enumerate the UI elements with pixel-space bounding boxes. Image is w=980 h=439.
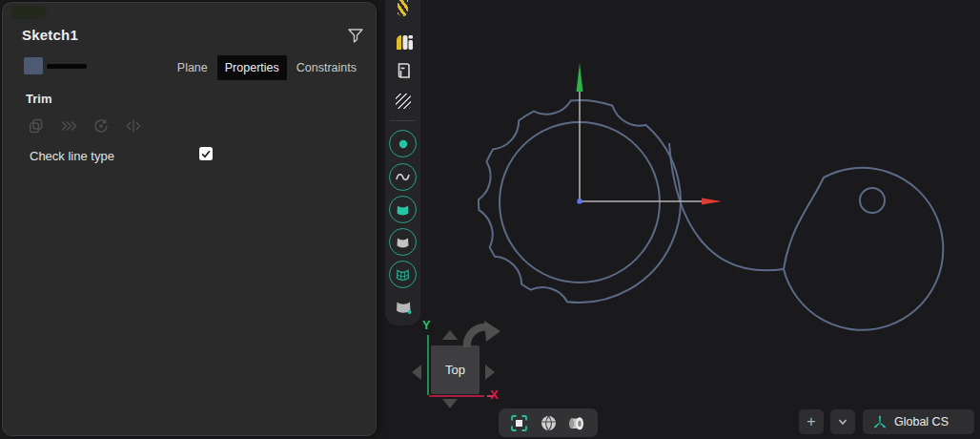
funnel-icon bbox=[346, 26, 365, 45]
frame-select-button[interactable] bbox=[509, 413, 528, 432]
copy-icon bbox=[28, 117, 45, 135]
trim-toolbar bbox=[28, 117, 142, 135]
global-cs-button[interactable]: Global CS bbox=[863, 409, 974, 434]
axis-x-label: X bbox=[490, 387, 499, 402]
display-toolbar bbox=[499, 408, 598, 437]
axis-y-label: Y bbox=[422, 318, 431, 332]
checkbox-label: Check line type bbox=[30, 149, 114, 163]
face-tool-icon[interactable] bbox=[389, 196, 417, 223]
tab-properties[interactable]: Properties bbox=[217, 55, 287, 80]
orbit-up-arrow[interactable] bbox=[442, 330, 458, 340]
rotate-arrow-icon bbox=[461, 319, 505, 355]
frame-select-icon bbox=[510, 414, 528, 432]
grid-surface-tool-icon[interactable] bbox=[389, 261, 417, 288]
grid-surface-graphic bbox=[395, 266, 411, 282]
split-button[interactable] bbox=[125, 117, 142, 135]
panel-title: Sketch1 bbox=[22, 27, 78, 43]
sketch-properties-panel: Sketch1 Plane Properties Constraints Tri… bbox=[2, 2, 377, 436]
orbit-left-arrow[interactable] bbox=[412, 365, 421, 380]
section-title-trim: Trim bbox=[26, 92, 51, 106]
redo-icon bbox=[92, 117, 110, 135]
viewcube-navigator: Y X Top bbox=[405, 315, 515, 420]
orbit-down-arrow[interactable] bbox=[442, 399, 458, 408]
spline-tool-icon[interactable] bbox=[389, 163, 417, 191]
coordinate-system-icon bbox=[872, 414, 888, 429]
surface-graphic bbox=[395, 234, 411, 250]
redo-button[interactable] bbox=[92, 117, 110, 135]
patch-point-graphic bbox=[393, 297, 414, 318]
mill-tool-graphic bbox=[393, 32, 414, 52]
split-icon bbox=[125, 117, 142, 135]
viewcube-x-axis-line bbox=[429, 395, 484, 397]
sphere-icon bbox=[540, 414, 558, 432]
sidebar-divider bbox=[390, 120, 416, 121]
mill-tool-icon[interactable] bbox=[385, 32, 420, 52]
tab-plane[interactable]: Plane bbox=[170, 55, 215, 80]
tab-constraints[interactable]: Constraints bbox=[289, 55, 364, 80]
panel-tab-handle[interactable] bbox=[10, 6, 47, 19]
chevron-down-icon bbox=[836, 415, 849, 429]
drill-tool-icon[interactable] bbox=[385, 0, 420, 17]
color-swatch[interactable] bbox=[24, 57, 43, 74]
check-line-type-checkbox[interactable] bbox=[199, 147, 213, 160]
plane-sketch-icon[interactable] bbox=[385, 61, 420, 80]
drill-bit-graphic bbox=[398, 0, 408, 17]
repeat-button[interactable] bbox=[60, 117, 77, 135]
copy-button[interactable] bbox=[28, 117, 45, 135]
rotate-view-arrow[interactable] bbox=[461, 319, 505, 359]
global-cs-label: Global CS bbox=[894, 415, 949, 429]
shaded-view-button[interactable] bbox=[539, 413, 558, 432]
plane-sketch-graphic bbox=[394, 61, 413, 80]
point-tool-icon[interactable] bbox=[389, 130, 417, 157]
face-graphic bbox=[395, 201, 411, 218]
repeat-icon bbox=[60, 117, 77, 135]
cylinder-view-button[interactable] bbox=[568, 413, 587, 432]
line-style-preview[interactable] bbox=[47, 64, 87, 69]
filter-button[interactable] bbox=[346, 26, 367, 47]
surface-tool-icon[interactable] bbox=[389, 228, 417, 256]
plus-label: + bbox=[806, 413, 815, 430]
add-coordinate-system-button[interactable]: + bbox=[799, 409, 824, 434]
hatch-icon[interactable] bbox=[385, 94, 420, 109]
point-graphic bbox=[396, 136, 411, 152]
checkmark-icon bbox=[200, 148, 212, 159]
hatch-graphic bbox=[396, 94, 411, 109]
viewcube-y-axis-line bbox=[427, 335, 429, 395]
patch-point-tool-icon[interactable] bbox=[385, 297, 420, 318]
expand-cs-list-button[interactable] bbox=[830, 409, 855, 434]
orbit-right-arrow[interactable] bbox=[485, 365, 495, 380]
spline-graphic bbox=[395, 169, 411, 185]
cylinder-icon bbox=[568, 414, 587, 432]
tool-sidebar bbox=[385, 0, 420, 325]
panel-tabs: Plane Properties Constraints bbox=[170, 55, 364, 80]
